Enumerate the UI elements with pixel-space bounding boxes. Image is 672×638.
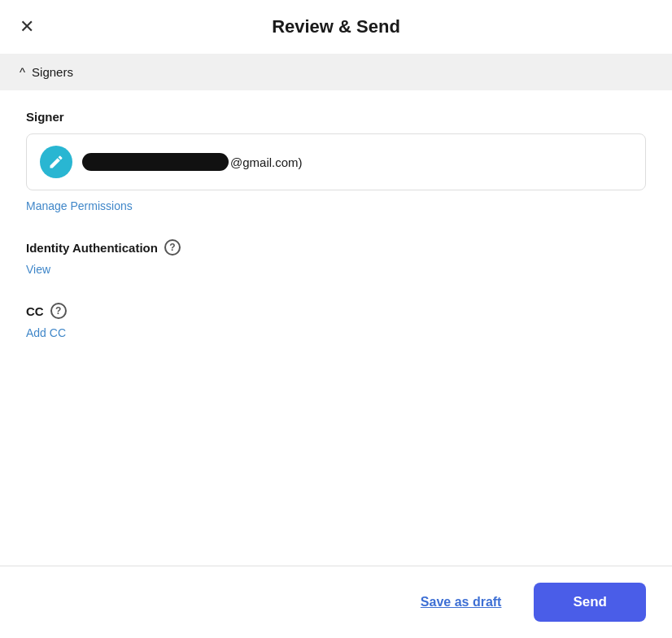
- pen-icon: [48, 154, 64, 170]
- signer-section: Signer @gmail.com) Manage Permissions: [26, 110, 646, 213]
- header: ✕ Review & Send: [0, 0, 672, 54]
- signer-card: @gmail.com): [26, 133, 646, 190]
- close-icon: ✕: [20, 16, 34, 37]
- signer-email-row: @gmail.com): [82, 153, 303, 171]
- manage-permissions-button[interactable]: Manage Permissions: [26, 199, 133, 212]
- identity-auth-title-row: Identity Authentication ?: [26, 239, 646, 256]
- send-button[interactable]: Send: [534, 583, 646, 622]
- add-cc-button[interactable]: Add CC: [26, 326, 66, 339]
- cc-title: CC: [26, 304, 44, 318]
- signer-email-redacted: [82, 153, 229, 171]
- avatar: [40, 146, 72, 178]
- page-title: Review & Send: [272, 16, 400, 37]
- cc-help-icon[interactable]: ?: [50, 303, 67, 319]
- save-draft-button[interactable]: Save as draft: [408, 585, 515, 619]
- chevron-up-icon: ^: [20, 65, 25, 79]
- signers-section-header[interactable]: ^ Signers: [0, 54, 672, 90]
- identity-auth-title: Identity Authentication: [26, 241, 158, 255]
- identity-auth-help-icon[interactable]: ?: [164, 239, 181, 256]
- signers-section-label: Signers: [32, 65, 73, 79]
- main-content: Signer @gmail.com) Manage Permissions Id…: [0, 90, 672, 386]
- footer: Save as draft Send: [0, 566, 672, 638]
- close-button[interactable]: ✕: [16, 15, 37, 39]
- view-button[interactable]: View: [26, 263, 50, 276]
- signer-label: Signer: [26, 110, 646, 124]
- cc-section: CC ? Add CC: [26, 303, 646, 340]
- signer-email-suffix: @gmail.com): [230, 155, 303, 169]
- cc-title-row: CC ?: [26, 303, 646, 319]
- identity-auth-section: Identity Authentication ? View: [26, 239, 646, 277]
